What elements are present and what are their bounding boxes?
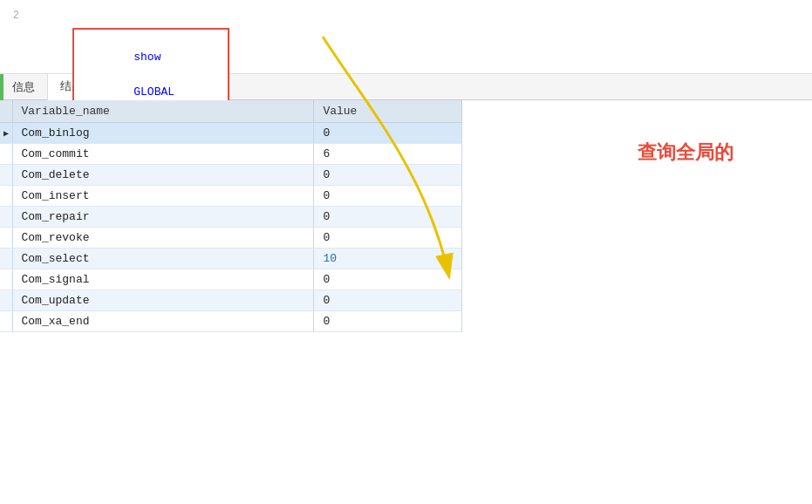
row-indicator <box>0 249 12 269</box>
cell-variable-name: Com_commit <box>12 144 314 165</box>
row-indicator <box>0 269 12 290</box>
active-indicator-bar <box>0 74 3 100</box>
table-row[interactable]: Com_insert0 <box>0 186 462 207</box>
cell-variable-name: Com_update <box>12 290 314 311</box>
col-variable-name: Variable_name <box>12 100 314 123</box>
cell-variable-name: Com_binlog <box>12 123 314 144</box>
line-numbers: 2 <box>0 7 24 24</box>
cell-value: 0 <box>314 228 462 249</box>
row-indicator <box>0 186 12 207</box>
row-indicator <box>0 207 12 228</box>
table-row[interactable]: Com_update0 <box>0 290 462 311</box>
space1 <box>133 68 140 81</box>
line-number-2: 2 <box>0 7 19 24</box>
table-row[interactable]: Com_delete0 <box>0 165 462 186</box>
cell-value: 0 <box>314 165 462 186</box>
cell-value: 6 <box>314 144 462 165</box>
cell-value: 0 <box>314 269 462 290</box>
row-indicator <box>0 144 12 165</box>
cell-variable-name: Com_repair <box>12 207 314 228</box>
row-indicator <box>0 228 12 249</box>
row-indicator <box>0 290 12 311</box>
results-table: Variable_name Value ▶Com_binlog0Com_comm… <box>0 100 462 332</box>
table-row[interactable]: Com_commit6 <box>0 144 462 165</box>
col-value: Value <box>314 100 462 123</box>
table-row[interactable]: Com_revoke0 <box>0 228 462 249</box>
cell-value: 0 <box>314 186 462 207</box>
kw-global: GLOBAL <box>133 85 174 99</box>
table-row[interactable]: ▶Com_binlog0 <box>0 123 462 144</box>
results-area: Variable_name Value ▶Com_binlog0Com_comm… <box>0 100 812 504</box>
table-row[interactable]: Com_repair0 <box>0 207 462 228</box>
row-indicator <box>0 311 12 332</box>
table-row[interactable]: Com_xa_end0 <box>0 311 462 332</box>
table-row[interactable]: Com_select10 <box>0 249 462 269</box>
indicator-col-header <box>0 100 12 123</box>
kw-show: show <box>133 51 160 64</box>
editor-area: 2 show GLOBAL status like 'Com_______'; <box>0 0 812 74</box>
table-row[interactable]: Com_signal0 <box>0 269 462 290</box>
cell-value: 0 <box>314 290 462 311</box>
row-indicator: ▶ <box>0 123 12 144</box>
cell-value: 0 <box>314 311 462 332</box>
cell-variable-name: Com_insert <box>12 186 314 207</box>
cell-value: 0 <box>314 207 462 228</box>
cell-variable-name: Com_xa_end <box>12 311 314 332</box>
cell-value: 10 <box>314 249 462 269</box>
cell-variable-name: Com_delete <box>12 165 314 186</box>
cell-value: 0 <box>314 123 462 144</box>
cell-variable-name: Com_select <box>12 249 314 269</box>
row-indicator <box>0 165 12 186</box>
cell-variable-name: Com_signal <box>12 269 314 290</box>
cell-variable-name: Com_revoke <box>12 228 314 249</box>
